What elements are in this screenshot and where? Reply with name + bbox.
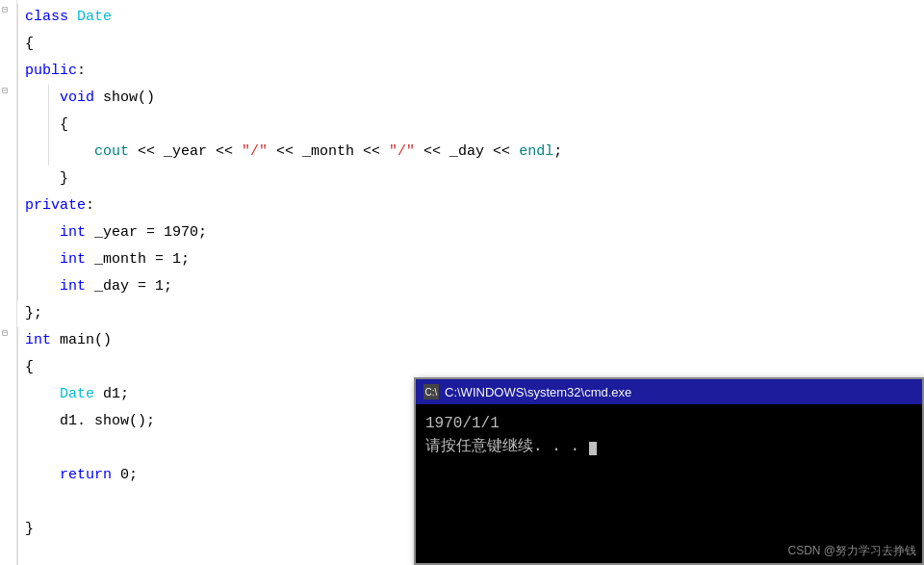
keyword-class: class bbox=[25, 4, 68, 31]
code-line-1: class Date bbox=[25, 4, 924, 31]
cmd-output-1: 1970/1/1 bbox=[425, 412, 912, 435]
keyword-int-month: int bbox=[60, 246, 86, 273]
cmd-window: C:\ C:\WINDOWS\system32\cmd.exe 1970/1/1… bbox=[414, 377, 924, 565]
string-slash-2: "/" bbox=[389, 139, 415, 166]
code-editor: ⊟ ⊟ ⊟ class Date { public: void show() {… bbox=[0, 0, 924, 565]
keyword-return: return bbox=[60, 462, 112, 489]
code-line-6: cout << _year << "/" << _month << "/" <<… bbox=[25, 139, 924, 166]
code-line-8: private: bbox=[25, 193, 924, 219]
code-line-13: int main() bbox=[25, 327, 924, 354]
cout-keyword: cout bbox=[94, 139, 129, 166]
code-line-4: void show() bbox=[25, 85, 924, 112]
code-line-9: int _year = 1970; bbox=[25, 219, 924, 246]
code-line-12: }; bbox=[25, 300, 924, 327]
cmd-icon: C:\ bbox=[424, 384, 439, 399]
code-line-7: } bbox=[25, 166, 924, 193]
date-type: Date bbox=[60, 381, 94, 408]
code-line-10: int _month = 1; bbox=[25, 246, 924, 273]
keyword-int-year: int bbox=[60, 219, 86, 246]
cmd-output-2: 请按任意键继续. . . bbox=[425, 435, 912, 458]
collapse-arrow-4[interactable]: ⊟ bbox=[2, 85, 8, 96]
code-line-3: public: bbox=[25, 58, 924, 85]
keyword-int-main: int bbox=[25, 327, 51, 354]
cmd-titlebar: C:\ C:\WINDOWS\system32\cmd.exe bbox=[416, 379, 922, 404]
cmd-content: 1970/1/1 请按任意键继续. . . bbox=[416, 404, 922, 563]
cmd-cursor bbox=[589, 442, 597, 455]
cmd-title: C:\WINDOWS\system32\cmd.exe bbox=[445, 385, 631, 399]
class-name-date: Date bbox=[77, 4, 112, 31]
code-line-5: { bbox=[25, 112, 924, 139]
watermark: CSDN @努力学习去挣钱 bbox=[787, 543, 916, 559]
line-gutter: ⊟ ⊟ ⊟ bbox=[0, 0, 17, 565]
collapse-arrow-1[interactable]: ⊟ bbox=[2, 4, 8, 15]
keyword-public: public bbox=[25, 58, 77, 85]
string-slash-1: "/" bbox=[242, 139, 268, 166]
code-line-11: int _day = 1; bbox=[25, 273, 924, 300]
endl-keyword: endl bbox=[519, 139, 553, 166]
collapse-arrow-13[interactable]: ⊟ bbox=[2, 327, 8, 339]
keyword-int-day: int bbox=[60, 273, 86, 300]
keyword-void: void bbox=[60, 85, 94, 112]
keyword-private: private bbox=[25, 193, 86, 219]
code-line-2: { bbox=[25, 31, 924, 58]
